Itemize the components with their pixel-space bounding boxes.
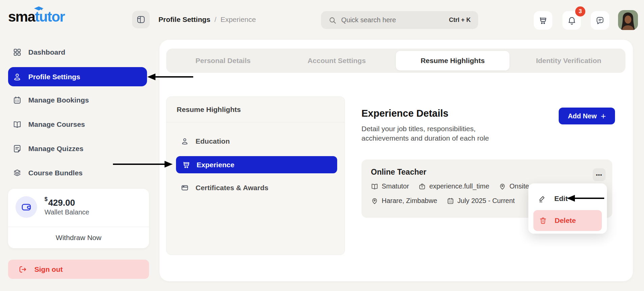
menu-item-delete[interactable]: Delete	[533, 210, 602, 231]
duration-label: July 2025 - Current	[458, 197, 515, 205]
search-icon	[328, 16, 336, 24]
ellipsis-icon: •••	[596, 172, 603, 178]
note-icon	[13, 144, 22, 153]
tab-personal-details[interactable]: Personal Details	[166, 49, 280, 73]
location-meta: Harare, Zimbabwe	[371, 197, 437, 205]
search-shortcut: Ctrl + K	[449, 17, 471, 24]
resume-item-experience[interactable]: Experience	[176, 156, 337, 173]
resume-highlights-panel: Resume Highlights Education Experience C…	[166, 96, 345, 255]
sidebar-item-manage-quizzes[interactable]: Manage Quizzes	[8, 141, 147, 156]
logo-text-black: sma	[8, 9, 35, 25]
chat-icon	[595, 16, 605, 25]
sidebar-item-label: Manage Quizzes	[28, 145, 83, 153]
add-new-label: Add New	[568, 112, 597, 120]
notification-badge: 3	[575, 6, 585, 17]
bell-icon	[567, 16, 577, 25]
menu-item-edit[interactable]: Edit	[528, 190, 607, 208]
avatar[interactable]	[618, 10, 638, 30]
experience-meta-row: Smatutor experience.full_time Onsite	[371, 182, 529, 190]
employment-type-meta: experience.full_time	[418, 182, 489, 190]
layers-icon	[13, 169, 22, 177]
messages-button[interactable]	[591, 11, 609, 30]
breadcrumb-current: Experience	[221, 16, 256, 24]
card-icon	[181, 184, 189, 192]
cart-icon	[538, 16, 548, 25]
resume-item-education[interactable]: Education	[181, 134, 230, 149]
resume-item-label: Certificates & Awards	[196, 184, 268, 192]
withdraw-now-button[interactable]: Withdraw Now	[8, 227, 149, 248]
pencil-icon	[538, 195, 546, 203]
sidebar-item-profile-settings[interactable]: Profile Settings	[8, 67, 147, 86]
sidebar-item-label: Manage Bookings	[28, 96, 89, 104]
location-pin-icon	[371, 197, 378, 205]
book-open-icon	[13, 120, 22, 129]
add-new-button[interactable]: Add New +	[559, 108, 615, 124]
calendar-icon	[447, 197, 454, 205]
logo-text-blue: tutor	[35, 9, 65, 25]
notifications-button[interactable]: 3	[562, 11, 581, 30]
wallet-balance-label: Wallet Balance	[45, 208, 89, 216]
sidebar-item-course-bundles[interactable]: Course Bundles	[8, 166, 147, 180]
resume-item-certificates-awards[interactable]: Certificates & Awards	[181, 180, 268, 195]
plus-icon: +	[601, 111, 606, 121]
tab-identity-verification[interactable]: Identity Verification	[512, 49, 625, 73]
wallet-icon	[16, 196, 37, 218]
duration-meta: July 2025 - Current	[447, 197, 515, 205]
card-options-menu: Edit Delete	[528, 183, 607, 234]
cart-button[interactable]	[534, 11, 552, 30]
card-options-button[interactable]: •••	[593, 168, 606, 181]
wallet-card: $429.00 Wallet Balance Withdraw Now	[8, 189, 149, 248]
sidebar-item-dashboard[interactable]: Dashboard	[8, 45, 147, 60]
trash-icon	[539, 216, 547, 225]
settings-tabs: Personal Details Account Settings Resume…	[166, 49, 625, 73]
logout-icon	[18, 265, 27, 274]
resume-panel-title: Resume Highlights	[167, 97, 345, 122]
resume-item-label: Education	[196, 137, 230, 145]
search-placeholder: Quick search here	[341, 16, 444, 24]
resume-item-label: Experience	[197, 161, 234, 169]
sign-out-label: Sign out	[34, 265, 63, 273]
currency-symbol: $	[45, 196, 48, 202]
sidebar-item-label: Course Bundles	[28, 169, 83, 177]
experience-title: Online Teacher	[371, 168, 426, 177]
location-label: Harare, Zimbabwe	[382, 197, 437, 205]
sidebar-toggle-button[interactable]	[132, 11, 150, 28]
search-input[interactable]: Quick search here Ctrl + K	[321, 11, 478, 29]
user-icon	[181, 137, 189, 145]
tab-account-settings[interactable]: Account Settings	[280, 49, 393, 73]
sidebar-item-manage-courses[interactable]: Manage Courses	[8, 117, 147, 132]
location-pin-icon	[499, 183, 506, 190]
sidebar-item-label: Profile Settings	[28, 73, 80, 81]
sidebar-item-manage-bookings[interactable]: Manage Bookings	[8, 93, 147, 108]
calendar-icon	[13, 96, 22, 105]
menu-item-edit-label: Edit	[554, 195, 568, 203]
organization-meta: Smatutor	[371, 182, 409, 190]
work-mode-meta: Onsite	[499, 182, 529, 190]
experience-meta-row: Harare, Zimbabwe July 2025 - Current	[371, 197, 515, 205]
grid-icon	[13, 48, 22, 57]
sidebar-item-label: Manage Courses	[28, 120, 85, 128]
section-heading: Experience Details	[361, 108, 448, 119]
menu-item-delete-label: Delete	[555, 216, 576, 225]
section-subtitle: Detail your job titles, responsibilities…	[361, 124, 504, 143]
app-logo: smatutor	[8, 9, 65, 25]
sidebar-item-label: Dashboard	[28, 48, 65, 56]
wallet-balance-amount: $429.00	[45, 196, 75, 208]
cart-icon	[182, 161, 191, 169]
organization-label: Smatutor	[382, 182, 409, 190]
breadcrumb: Profile Settings / Experience	[158, 16, 256, 24]
graduation-cap-icon	[34, 6, 43, 11]
work-mode-label: Onsite	[509, 182, 529, 190]
sign-out-button[interactable]: Sign out	[8, 260, 149, 279]
panel-toggle-icon	[136, 15, 146, 24]
breadcrumb-parent[interactable]: Profile Settings	[158, 16, 210, 24]
main-content-card: Personal Details Account Settings Resume…	[159, 40, 633, 281]
briefcase-icon	[418, 183, 426, 190]
tab-resume-highlights[interactable]: Resume Highlights	[396, 51, 509, 70]
breadcrumb-separator: /	[214, 16, 216, 24]
book-icon	[371, 183, 378, 190]
employment-type-label: experience.full_time	[429, 182, 489, 190]
user-icon	[13, 72, 22, 81]
